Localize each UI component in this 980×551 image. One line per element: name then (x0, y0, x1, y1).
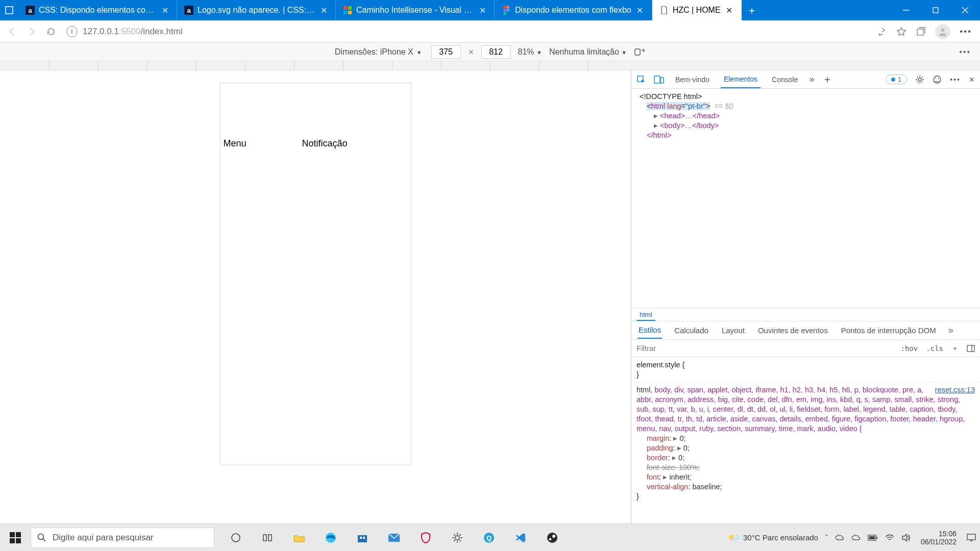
favorites-icon[interactable] (896, 27, 906, 37)
collections-icon[interactable] (916, 27, 926, 37)
zoom-selector[interactable]: 81% ▼ (518, 47, 542, 57)
dom-body[interactable]: ▸<body>…</body> (640, 121, 976, 131)
styles-filter-input[interactable] (636, 344, 893, 353)
close-icon[interactable]: ✕ (725, 6, 734, 15)
close-icon[interactable]: ✕ (319, 6, 328, 15)
computed-sidebar-icon[interactable] (967, 345, 975, 352)
appq-icon[interactable]: Q (475, 524, 503, 551)
taskbar-search[interactable]: Digite aqui para pesquisar (31, 528, 214, 548)
tab-1[interactable]: a Logo.svg não aparece. | CSS: Dis ✕ (177, 0, 336, 20)
tab-layout[interactable]: Layout (721, 322, 746, 338)
edge-icon[interactable] (316, 524, 345, 551)
dom-breadcrumb[interactable]: html (631, 308, 980, 321)
search-placeholder: Digite aqui para pesquisar (53, 533, 154, 543)
mail-icon[interactable] (380, 524, 408, 551)
close-icon[interactable]: ✕ (478, 6, 487, 15)
devbar-more-icon[interactable]: ••• (959, 47, 971, 57)
favicon-alura-icon: a (184, 6, 193, 15)
explorer-icon[interactable] (285, 524, 313, 551)
wifi-icon[interactable] (885, 534, 894, 541)
tab-elements[interactable]: Elementos (721, 71, 761, 88)
tray-expand-icon[interactable]: ˆ (825, 533, 828, 542)
svg-point-26 (38, 534, 44, 539)
tab-2[interactable]: Caminho Intellisense - Visual Stu ✕ (336, 0, 495, 20)
window-minimize-button[interactable] (891, 0, 921, 20)
tab-actions-icon[interactable] (5, 6, 13, 14)
weather-widget[interactable]: 30°C Parc ensolarado (727, 532, 818, 543)
address-field[interactable]: i 127.0.0.1:5500/index.html (63, 26, 872, 37)
device-selector[interactable]: Dimensões: iPhone X▼ (335, 47, 422, 57)
tab-3[interactable]: Dispondo elementos com flexbo ✕ (495, 0, 652, 20)
favicon-alura-icon: a (26, 6, 35, 15)
style-more-icon[interactable]: » (948, 325, 953, 336)
tab-styles[interactable]: Estilos (638, 322, 662, 339)
device-height-input[interactable] (481, 45, 511, 59)
read-aloud-icon[interactable] (877, 27, 887, 37)
rule-selector[interactable]: html, body, div, span, applet, object, i… (636, 386, 965, 433)
feedback-icon[interactable] (933, 75, 942, 84)
task-view-icon[interactable] (222, 524, 250, 551)
throttle-selector[interactable]: Nenhuma limitação ▼ (549, 47, 627, 57)
tab-4[interactable]: HZC | HOME ✕ (652, 0, 742, 20)
notifications-icon[interactable] (967, 534, 976, 542)
devtools-close-icon[interactable]: ✕ (969, 76, 975, 84)
window-maximize-button[interactable] (921, 0, 950, 20)
simulated-page[interactable]: Menu Notificação (220, 83, 411, 465)
tab-title: Caminho Intellisense - Visual Stu (356, 6, 474, 15)
dom-html-open[interactable]: <html lang="pt-br">== $0 (640, 102, 976, 111)
start-button[interactable] (0, 532, 31, 543)
tab-console[interactable]: Console (769, 71, 801, 88)
source-link[interactable]: reset.css:13 (935, 385, 975, 395)
tab-listeners[interactable]: Ouvintes de eventos (757, 322, 829, 338)
devtools-more-icon[interactable]: ••• (950, 76, 961, 84)
dom-tree[interactable]: <!DOCTYPE html> <html lang="pt-br">== $0… (631, 89, 980, 308)
issues-badge[interactable]: 1 (886, 74, 907, 84)
close-icon[interactable]: ✕ (160, 6, 169, 15)
settings-taskbar-icon[interactable] (443, 524, 472, 551)
device-toggle-icon[interactable] (654, 76, 664, 84)
battery-icon[interactable] (868, 535, 878, 541)
svg-text:Q: Q (486, 534, 492, 542)
volume-icon[interactable] (901, 534, 911, 542)
mcafee-icon[interactable] (411, 524, 440, 551)
settings-icon[interactable] (915, 75, 924, 84)
tray-clock[interactable]: 15:06 06/01/2022 (918, 530, 960, 546)
vscode-icon[interactable] (506, 524, 535, 551)
steam-icon[interactable] (538, 524, 567, 551)
cls-toggle[interactable]: .cls (926, 344, 943, 353)
tab-welcome[interactable]: Bem-vindo (672, 71, 713, 88)
profile-avatar[interactable] (935, 24, 950, 39)
url-port: :5500 (119, 27, 141, 36)
svg-point-20 (918, 78, 921, 81)
reload-button[interactable] (44, 24, 58, 39)
site-info-icon[interactable]: i (66, 26, 78, 37)
window-close-button[interactable] (950, 0, 980, 20)
new-tab-button[interactable]: ＋ (742, 0, 762, 20)
hov-toggle[interactable]: :hov (901, 344, 918, 353)
tab-dom-breakpoints[interactable]: Pontos de interrupção DOM (840, 322, 937, 338)
tab-computed[interactable]: Calculado (673, 322, 709, 338)
svg-point-9 (503, 12, 506, 15)
store-icon[interactable] (348, 524, 377, 551)
new-tab-devtools-icon[interactable]: ＋ (822, 72, 832, 86)
svg-rect-11 (933, 8, 938, 13)
dom-html-close[interactable]: </html> (640, 131, 976, 140)
rotate-icon[interactable] (634, 47, 645, 57)
dom-doctype[interactable]: <!DOCTYPE html> (640, 92, 976, 102)
tab-0[interactable]: a CSS: Dispondo elementos com F ✕ (18, 0, 177, 20)
device-width-input[interactable] (431, 45, 461, 59)
back-button[interactable] (5, 24, 19, 39)
browser-menu-icon[interactable]: ••• (960, 27, 972, 37)
onedrive-icon[interactable] (835, 534, 844, 541)
styles-pane[interactable]: element.style { } reset.css:13 html, bod… (631, 357, 980, 523)
more-tabs-icon[interactable]: » (809, 74, 814, 85)
svg-point-41 (549, 538, 552, 540)
forward-button[interactable] (24, 24, 39, 39)
inspect-icon[interactable] (636, 75, 646, 84)
ruler (0, 61, 980, 70)
close-icon[interactable]: ✕ (635, 6, 645, 15)
add-rule-icon[interactable]: ＋ (951, 344, 959, 353)
cortana-icon[interactable] (253, 524, 282, 551)
cloud-icon[interactable] (851, 534, 861, 541)
dom-head[interactable]: ▸<head>…</head> (640, 111, 976, 121)
